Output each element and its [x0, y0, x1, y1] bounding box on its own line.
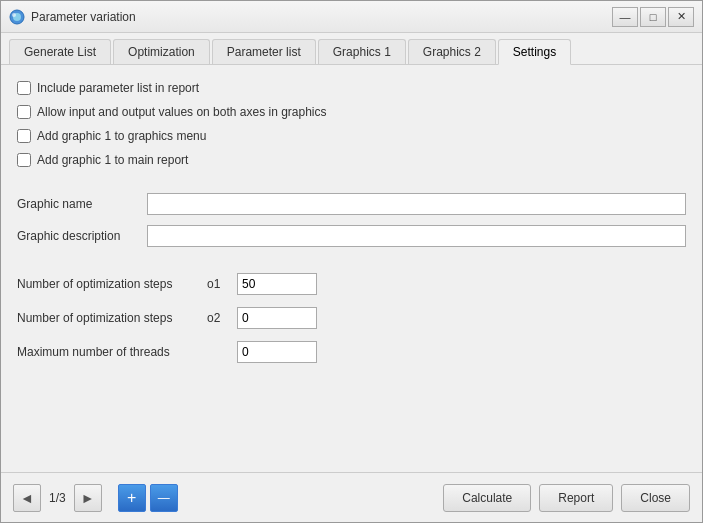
add-graphic-report-label: Add graphic 1 to main report: [37, 153, 188, 167]
nav-counter: 1/3: [49, 491, 66, 505]
next-icon: ►: [81, 490, 95, 506]
add-graphic-menu-label: Add graphic 1 to graphics menu: [37, 129, 206, 143]
settings-content: Include parameter list in report Allow i…: [1, 65, 702, 472]
steps-o1-label: Number of optimization steps: [17, 277, 207, 291]
add-graphic-report-checkbox[interactable]: [17, 153, 31, 167]
main-window: Parameter variation — □ ✕ Generate List …: [0, 0, 703, 523]
footer: ◄ 1/3 ► + — Calculate Report Close: [1, 472, 702, 522]
graphic-desc-input[interactable]: [147, 225, 686, 247]
maximize-button[interactable]: □: [640, 7, 666, 27]
footer-right: Calculate Report Close: [443, 484, 690, 512]
tab-graphics2[interactable]: Graphics 2: [408, 39, 496, 64]
steps-o2-label: Number of optimization steps: [17, 311, 207, 325]
minimize-button[interactable]: —: [612, 7, 638, 27]
steps-o2-row: Number of optimization steps o2: [17, 307, 686, 329]
steps-o1-sublabel: o1: [207, 277, 237, 291]
graphic-desc-label: Graphic description: [17, 229, 147, 243]
tab-graphics1[interactable]: Graphics 1: [318, 39, 406, 64]
svg-point-2: [12, 13, 16, 17]
next-button[interactable]: ►: [74, 484, 102, 512]
window-icon: [9, 9, 25, 25]
graphic-name-input[interactable]: [147, 193, 686, 215]
checkbox-row-4: Add graphic 1 to main report: [17, 153, 686, 167]
steps-o2-sublabel: o2: [207, 311, 237, 325]
steps-o1-input[interactable]: [237, 273, 317, 295]
add-icon: +: [127, 489, 136, 507]
allow-input-output-checkbox[interactable]: [17, 105, 31, 119]
title-bar-left: Parameter variation: [9, 9, 136, 25]
checkbox-row-2: Allow input and output values on both ax…: [17, 105, 686, 119]
title-bar: Parameter variation — □ ✕: [1, 1, 702, 33]
tab-settings[interactable]: Settings: [498, 39, 571, 65]
remove-icon: —: [158, 491, 170, 505]
footer-left: ◄ 1/3 ► + —: [13, 484, 178, 512]
checkbox-row-1: Include parameter list in report: [17, 81, 686, 95]
tab-parameter-list[interactable]: Parameter list: [212, 39, 316, 64]
steps-o1-row: Number of optimization steps o1: [17, 273, 686, 295]
checkbox-row-3: Add graphic 1 to graphics menu: [17, 129, 686, 143]
tab-optimization[interactable]: Optimization: [113, 39, 210, 64]
max-threads-input[interactable]: [237, 341, 317, 363]
window-title: Parameter variation: [31, 10, 136, 24]
calculate-button[interactable]: Calculate: [443, 484, 531, 512]
report-button[interactable]: Report: [539, 484, 613, 512]
graphic-name-row: Graphic name: [17, 193, 686, 215]
graphic-desc-row: Graphic description: [17, 225, 686, 247]
allow-input-output-label: Allow input and output values on both ax…: [37, 105, 327, 119]
include-param-list-label: Include parameter list in report: [37, 81, 199, 95]
graphic-name-label: Graphic name: [17, 197, 147, 211]
prev-icon: ◄: [20, 490, 34, 506]
close-button-footer[interactable]: Close: [621, 484, 690, 512]
tab-generate-list[interactable]: Generate List: [9, 39, 111, 64]
max-threads-row: Maximum number of threads: [17, 341, 686, 363]
add-graphic-menu-checkbox[interactable]: [17, 129, 31, 143]
remove-button[interactable]: —: [150, 484, 178, 512]
close-button[interactable]: ✕: [668, 7, 694, 27]
tab-bar: Generate List Optimization Parameter lis…: [1, 33, 702, 65]
add-button[interactable]: +: [118, 484, 146, 512]
max-threads-label: Maximum number of threads: [17, 345, 207, 359]
steps-o2-input[interactable]: [237, 307, 317, 329]
title-controls: — □ ✕: [612, 7, 694, 27]
prev-button[interactable]: ◄: [13, 484, 41, 512]
include-param-list-checkbox[interactable]: [17, 81, 31, 95]
